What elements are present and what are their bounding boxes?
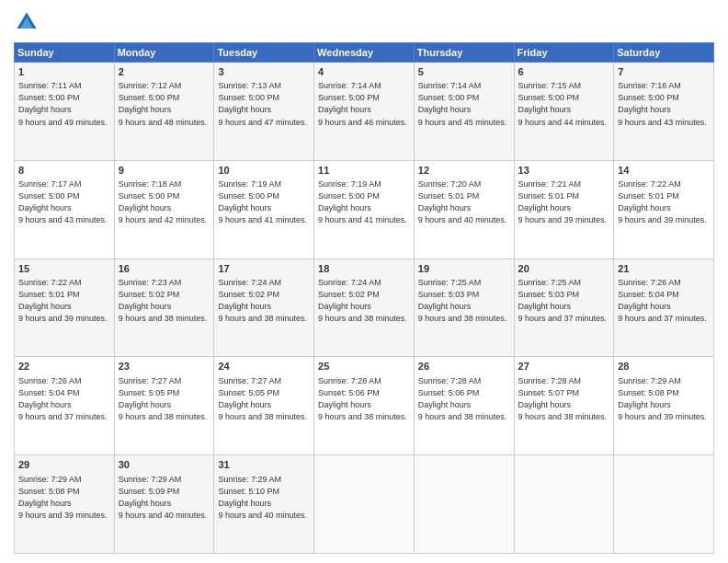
calendar-day: 1Sunrise: 7:11 AMSunset: 5:00 PMDaylight… bbox=[15, 63, 115, 161]
calendar-day: 17Sunrise: 7:24 AMSunset: 5:02 PMDayligh… bbox=[214, 259, 314, 357]
calendar-day: 14Sunrise: 7:22 AMSunset: 5:01 PMDayligh… bbox=[614, 160, 714, 259]
day-info: Sunrise: 7:25 AMSunset: 5:03 PMDaylight … bbox=[418, 278, 507, 323]
calendar-week: 29Sunrise: 7:29 AMSunset: 5:08 PMDayligh… bbox=[15, 455, 714, 554]
calendar-day: 28Sunrise: 7:29 AMSunset: 5:08 PMDayligh… bbox=[614, 357, 714, 455]
calendar-day: 23Sunrise: 7:27 AMSunset: 5:05 PMDayligh… bbox=[114, 357, 214, 455]
weekday-header: Saturday bbox=[614, 43, 714, 63]
day-info: Sunrise: 7:12 AMSunset: 5:00 PMDaylight … bbox=[119, 81, 208, 126]
day-info: Sunrise: 7:19 AMSunset: 5:00 PMDaylight … bbox=[318, 179, 407, 224]
day-info: Sunrise: 7:18 AMSunset: 5:00 PMDaylight … bbox=[119, 179, 208, 224]
day-info: Sunrise: 7:15 AMSunset: 5:00 PMDaylight … bbox=[518, 81, 608, 126]
day-info: Sunrise: 7:28 AMSunset: 5:06 PMDaylight … bbox=[318, 376, 407, 421]
weekday-header: Sunday bbox=[15, 43, 115, 63]
calendar-table: SundayMondayTuesdayWednesdayThursdayFrid… bbox=[14, 42, 714, 554]
day-number: 29 bbox=[18, 458, 110, 472]
calendar-day: 13Sunrise: 7:21 AMSunset: 5:01 PMDayligh… bbox=[514, 160, 614, 259]
day-number: 2 bbox=[119, 65, 210, 79]
calendar-day: 7Sunrise: 7:16 AMSunset: 5:00 PMDaylight… bbox=[614, 63, 714, 161]
calendar-week: 15Sunrise: 7:22 AMSunset: 5:01 PMDayligh… bbox=[15, 259, 714, 357]
calendar-day: 8Sunrise: 7:17 AMSunset: 5:00 PMDaylight… bbox=[15, 160, 115, 259]
day-number: 24 bbox=[218, 360, 310, 373]
day-info: Sunrise: 7:11 AMSunset: 5:00 PMDaylight … bbox=[18, 81, 108, 126]
calendar-day: 11Sunrise: 7:19 AMSunset: 5:00 PMDayligh… bbox=[314, 160, 415, 259]
calendar-day bbox=[614, 455, 714, 554]
calendar-week: 1Sunrise: 7:11 AMSunset: 5:00 PMDaylight… bbox=[15, 63, 714, 161]
weekday-header: Thursday bbox=[414, 43, 514, 63]
day-info: Sunrise: 7:24 AMSunset: 5:02 PMDaylight … bbox=[318, 278, 407, 323]
day-info: Sunrise: 7:26 AMSunset: 5:04 PMDaylight … bbox=[18, 376, 108, 421]
day-info: Sunrise: 7:26 AMSunset: 5:04 PMDaylight … bbox=[618, 278, 707, 323]
header bbox=[14, 9, 714, 35]
day-number: 3 bbox=[218, 65, 310, 79]
calendar-day bbox=[414, 455, 514, 554]
day-number: 18 bbox=[318, 262, 410, 276]
weekday-header: Wednesday bbox=[314, 43, 415, 63]
calendar-day: 29Sunrise: 7:29 AMSunset: 5:08 PMDayligh… bbox=[15, 455, 115, 554]
day-info: Sunrise: 7:23 AMSunset: 5:02 PMDaylight … bbox=[119, 278, 208, 323]
calendar-day: 9Sunrise: 7:18 AMSunset: 5:00 PMDaylight… bbox=[114, 160, 214, 259]
day-number: 7 bbox=[618, 65, 710, 79]
weekday-header: Monday bbox=[114, 43, 214, 63]
calendar-day: 2Sunrise: 7:12 AMSunset: 5:00 PMDaylight… bbox=[114, 63, 214, 161]
day-info: Sunrise: 7:16 AMSunset: 5:00 PMDaylight … bbox=[618, 81, 707, 126]
day-info: Sunrise: 7:21 AMSunset: 5:01 PMDaylight … bbox=[518, 179, 608, 224]
calendar-day: 16Sunrise: 7:23 AMSunset: 5:02 PMDayligh… bbox=[114, 259, 214, 357]
day-info: Sunrise: 7:20 AMSunset: 5:01 PMDaylight … bbox=[418, 179, 507, 224]
day-info: Sunrise: 7:14 AMSunset: 5:00 PMDaylight … bbox=[418, 81, 507, 126]
logo-icon bbox=[14, 9, 40, 35]
day-number: 14 bbox=[618, 164, 710, 178]
calendar-day: 3Sunrise: 7:13 AMSunset: 5:00 PMDaylight… bbox=[214, 63, 314, 161]
day-number: 20 bbox=[518, 262, 610, 276]
day-number: 23 bbox=[119, 360, 210, 373]
day-number: 12 bbox=[418, 164, 510, 178]
day-number: 27 bbox=[518, 360, 610, 373]
day-number: 11 bbox=[318, 164, 410, 178]
day-info: Sunrise: 7:24 AMSunset: 5:02 PMDaylight … bbox=[218, 278, 307, 323]
day-info: Sunrise: 7:29 AMSunset: 5:08 PMDaylight … bbox=[618, 376, 707, 421]
page: SundayMondayTuesdayWednesdayThursdayFrid… bbox=[0, 0, 728, 563]
day-number: 9 bbox=[119, 164, 210, 178]
day-number: 10 bbox=[218, 164, 310, 178]
day-number: 13 bbox=[518, 164, 610, 178]
day-info: Sunrise: 7:29 AMSunset: 5:08 PMDaylight … bbox=[18, 475, 108, 520]
day-info: Sunrise: 7:14 AMSunset: 5:00 PMDaylight … bbox=[318, 81, 407, 126]
calendar-day bbox=[514, 455, 614, 554]
day-info: Sunrise: 7:19 AMSunset: 5:00 PMDaylight … bbox=[218, 179, 307, 224]
day-info: Sunrise: 7:13 AMSunset: 5:00 PMDaylight … bbox=[218, 81, 307, 126]
day-number: 21 bbox=[618, 262, 710, 276]
day-info: Sunrise: 7:27 AMSunset: 5:05 PMDaylight … bbox=[218, 376, 307, 421]
day-number: 1 bbox=[18, 65, 110, 79]
day-number: 5 bbox=[418, 65, 510, 79]
day-info: Sunrise: 7:28 AMSunset: 5:06 PMDaylight … bbox=[418, 376, 507, 421]
calendar-day: 10Sunrise: 7:19 AMSunset: 5:00 PMDayligh… bbox=[214, 160, 314, 259]
day-number: 25 bbox=[318, 360, 410, 373]
weekday-header: Tuesday bbox=[214, 43, 314, 63]
day-number: 28 bbox=[618, 360, 710, 373]
calendar-day: 22Sunrise: 7:26 AMSunset: 5:04 PMDayligh… bbox=[15, 357, 115, 455]
calendar-day: 31Sunrise: 7:29 AMSunset: 5:10 PMDayligh… bbox=[214, 455, 314, 554]
day-number: 30 bbox=[119, 458, 210, 472]
calendar-day: 19Sunrise: 7:25 AMSunset: 5:03 PMDayligh… bbox=[414, 259, 514, 357]
day-number: 26 bbox=[418, 360, 510, 373]
day-number: 31 bbox=[218, 458, 310, 472]
calendar-day: 4Sunrise: 7:14 AMSunset: 5:00 PMDaylight… bbox=[314, 63, 415, 161]
calendar-day: 15Sunrise: 7:22 AMSunset: 5:01 PMDayligh… bbox=[15, 259, 115, 357]
calendar-week: 22Sunrise: 7:26 AMSunset: 5:04 PMDayligh… bbox=[15, 357, 714, 455]
day-info: Sunrise: 7:29 AMSunset: 5:10 PMDaylight … bbox=[218, 475, 307, 520]
calendar-day: 20Sunrise: 7:25 AMSunset: 5:03 PMDayligh… bbox=[514, 259, 614, 357]
day-info: Sunrise: 7:27 AMSunset: 5:05 PMDaylight … bbox=[119, 376, 208, 421]
calendar-day: 30Sunrise: 7:29 AMSunset: 5:09 PMDayligh… bbox=[114, 455, 214, 554]
calendar-day: 25Sunrise: 7:28 AMSunset: 5:06 PMDayligh… bbox=[314, 357, 415, 455]
day-info: Sunrise: 7:25 AMSunset: 5:03 PMDaylight … bbox=[518, 278, 608, 323]
weekday-header: Friday bbox=[514, 43, 614, 63]
calendar-day: 5Sunrise: 7:14 AMSunset: 5:00 PMDaylight… bbox=[414, 63, 514, 161]
calendar-day: 26Sunrise: 7:28 AMSunset: 5:06 PMDayligh… bbox=[414, 357, 514, 455]
day-info: Sunrise: 7:29 AMSunset: 5:09 PMDaylight … bbox=[119, 475, 208, 520]
calendar-day: 21Sunrise: 7:26 AMSunset: 5:04 PMDayligh… bbox=[614, 259, 714, 357]
calendar-week: 8Sunrise: 7:17 AMSunset: 5:00 PMDaylight… bbox=[15, 160, 714, 259]
day-number: 6 bbox=[518, 65, 610, 79]
calendar-day: 18Sunrise: 7:24 AMSunset: 5:02 PMDayligh… bbox=[314, 259, 415, 357]
day-number: 4 bbox=[318, 65, 410, 79]
day-number: 15 bbox=[18, 262, 110, 276]
day-number: 8 bbox=[18, 164, 110, 178]
